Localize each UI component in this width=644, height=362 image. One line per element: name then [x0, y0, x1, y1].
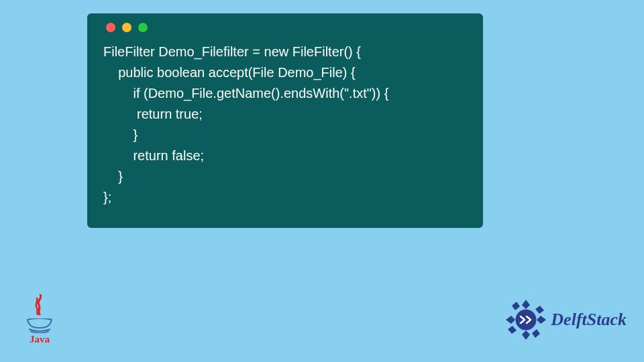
traffic-lights [106, 23, 467, 32]
svg-point-0 [516, 310, 537, 330]
code-window: FileFilter Demo_Filefilter = new FileFil… [87, 13, 483, 228]
delftstack-logo-text: DelftStack [551, 310, 627, 330]
java-logo-text: Java [30, 334, 50, 345]
java-cup-icon [25, 318, 54, 333]
close-icon[interactable] [106, 23, 115, 32]
code-block: FileFilter Demo_Filefilter = new FileFil… [103, 42, 467, 208]
delftstack-icon [502, 296, 549, 343]
minimize-icon[interactable] [122, 23, 131, 32]
java-steam-icon [31, 294, 48, 317]
delftstack-logo: DelftStack [502, 296, 627, 343]
java-logo: Java [20, 293, 59, 345]
maximize-icon[interactable] [138, 23, 148, 32]
